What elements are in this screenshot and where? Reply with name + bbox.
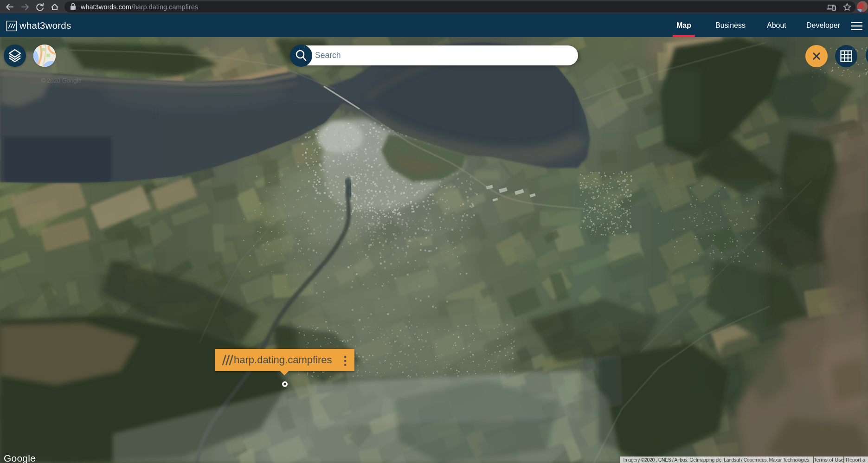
svg-text:/harp.dating.campfires: /harp.dating.campfires bbox=[132, 3, 198, 11]
svg-text:what3words.com: what3words.com bbox=[80, 3, 131, 11]
